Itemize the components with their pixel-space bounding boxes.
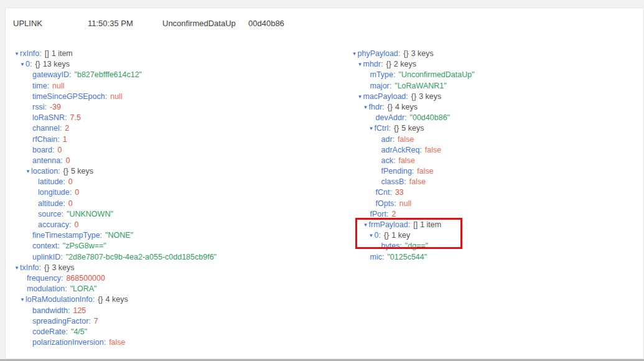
tree-key: antenna:	[32, 156, 63, 165]
tree-value: "2d8e7807-bc9b-4ea2-a055-c0dd185cb9f6"	[66, 253, 217, 261]
tree-value: 7	[94, 317, 98, 326]
tree-leaf-source: source:"UNKNOWN"	[14, 209, 306, 220]
tree-leaf-uplinkID: uplinkID:"2d8e7807-bc9b-4ea2-a055-c0dd18…	[14, 252, 306, 263]
tree-leaf-gatewayID: gatewayID:"b827ebfffe614c12"	[14, 70, 306, 80]
tree-value: null	[110, 92, 122, 101]
tree-value: "UNKNOWN"	[67, 210, 113, 218]
tree-key: latitude:	[38, 177, 65, 186]
tree-leaf-bandwidth: bandwidth:125	[14, 306, 306, 316]
tree-key: polarizationInversion:	[32, 338, 106, 347]
tree-value: "dg=="	[405, 241, 428, 250]
uplink-frame-card: UPLINK 11:50:35 PM UnconfirmedDataUp 00d…	[5, 7, 644, 359]
tree-leaf-board: board:0	[14, 145, 306, 156]
tree-node-fhdr[interactable]: ▼fhdr:{}4 keys	[352, 102, 644, 113]
collection-count: 3 keys	[419, 92, 441, 101]
tree-leaf-adr: adr:false	[352, 134, 644, 145]
tree-value: 0	[57, 146, 62, 154]
tree-key: bandwidth:	[32, 306, 70, 315]
collection-count: 13 keys	[43, 60, 70, 68]
tree-leaf-mic: mic:"0125c544"	[352, 252, 644, 263]
tree-node-location[interactable]: ▼location:{}5 keys	[14, 166, 306, 177]
tree-node-rxInfo[interactable]: ▼rxInfo:[]1 item	[14, 49, 306, 59]
tree-node-mhdr[interactable]: ▼mhdr:{}2 keys	[352, 59, 644, 70]
tree-node-0[interactable]: ▼0:{}1 key	[352, 230, 644, 241]
tree-key: adr:	[381, 135, 395, 144]
tree-value: 2	[391, 210, 396, 218]
tree-leaf-classB: classB:false	[352, 177, 644, 187]
expand-toggle-icon[interactable]: ▼	[369, 230, 375, 241]
expand-toggle-icon[interactable]: ▼	[352, 49, 358, 59]
collection-count: 5 keys	[401, 124, 424, 133]
tree-value: 1	[63, 135, 67, 144]
tree-node-frmPayload[interactable]: ▼frmPayload:[]1 item	[352, 220, 644, 230]
tree-key: rxInfo:	[20, 49, 42, 58]
collection-count: 1 item	[52, 49, 73, 58]
tree-key: source:	[38, 210, 63, 218]
tree-leaf-devAddr: devAddr:"00d40b86"	[352, 113, 644, 123]
expand-toggle-icon[interactable]: ▼	[14, 263, 20, 273]
tree-leaf-ack: ack:false	[352, 156, 644, 166]
tree-node-phyPayload[interactable]: ▼phyPayload:{}3 keys	[352, 49, 644, 59]
tree-value: 0	[68, 199, 73, 208]
frame-type-label: UPLINK	[13, 19, 88, 28]
expand-toggle-icon[interactable]: ▼	[358, 59, 363, 70]
tree-value: "00d40b86"	[410, 113, 450, 122]
tree-value: 2	[65, 124, 69, 133]
tree-value: false	[398, 135, 414, 144]
tree-key: channel:	[32, 124, 62, 133]
tree-value: "zPsG8w=="	[63, 241, 106, 250]
tree-key: 0:	[26, 60, 32, 68]
tree-leaf-context: context:"zPsG8w=="	[14, 241, 306, 251]
tree-value: "LORA"	[70, 284, 97, 293]
frame-header-row[interactable]: UPLINK 11:50:35 PM UnconfirmedDataUp 00d…	[6, 8, 643, 28]
tree-node-txInfo[interactable]: ▼txInfo:{}3 keys	[14, 263, 306, 273]
tree-key: codeRate:	[32, 327, 68, 336]
tree-value: false	[425, 146, 441, 154]
expand-toggle-icon[interactable]: ▼	[363, 220, 369, 230]
tree-leaf-fPort: fPort:2	[352, 209, 644, 220]
expand-toggle-icon[interactable]: ▼	[20, 294, 26, 305]
tree-node-0[interactable]: ▼0:{}13 keys	[14, 59, 306, 70]
collection-bracket: []	[413, 220, 418, 229]
tree-value: false	[398, 156, 414, 165]
tree-node-macPayload[interactable]: ▼macPayload:{}3 keys	[352, 91, 644, 102]
expand-toggle-icon[interactable]: ▼	[26, 166, 31, 177]
tree-key: accuracy:	[38, 220, 72, 229]
expand-toggle-icon[interactable]: ▼	[363, 102, 369, 113]
tree-key: loRaSNR:	[32, 113, 67, 122]
tree-node-fCtrl[interactable]: ▼fCtrl:{}5 keys	[352, 123, 644, 134]
tree-value: -39	[50, 103, 61, 111]
tree-value: 0	[75, 188, 79, 197]
tree-leaf-fineTimestampType: fineTimestampType:"NONE"	[14, 230, 306, 241]
collection-bracket: []	[45, 49, 49, 58]
tree-key: bytes:	[381, 241, 402, 250]
tree-value: false	[109, 338, 125, 347]
tree-key: altitude:	[38, 199, 65, 208]
expand-toggle-icon[interactable]: ▼	[14, 49, 20, 59]
tree-key: txInfo:	[20, 263, 41, 272]
tree-leaf-timeSinceGPSEpoch: timeSinceGPSEpoch:null	[14, 91, 306, 102]
tree-leaf-loRaSNR: loRaSNR:7.5	[14, 113, 306, 123]
collection-bracket: {}	[384, 231, 389, 240]
tree-key: rfChain:	[32, 135, 60, 144]
tree-key: uplinkID:	[32, 253, 63, 261]
tree-leaf-fPending: fPending:false	[352, 166, 644, 177]
tree-value: false	[409, 177, 426, 186]
tree-node-loRaModulationInfo[interactable]: ▼loRaModulationInfo:{}4 keys	[14, 294, 306, 305]
tree-key: 0:	[375, 231, 381, 240]
expand-toggle-icon[interactable]: ▼	[358, 91, 363, 102]
tree-key: gatewayID:	[32, 70, 72, 79]
tree-key: spreadingFactor:	[32, 317, 91, 326]
expand-toggle-icon[interactable]: ▼	[20, 59, 26, 70]
tree-leaf-codeRate: codeRate:"4/5"	[14, 327, 306, 337]
tree-value: null	[399, 199, 411, 208]
frame-time-label: 11:50:35 PM	[88, 19, 162, 28]
tree-leaf-channel: channel:2	[14, 123, 306, 134]
json-tree-right: ▼phyPayload:{}3 keys▼mhdr:{}2 keysmType:…	[306, 49, 644, 348]
expand-toggle-icon[interactable]: ▼	[369, 123, 375, 134]
tree-leaf-rssi: rssi:-39	[14, 102, 306, 113]
tree-leaf-fOpts: fOpts:null	[352, 199, 644, 209]
tree-key: location:	[31, 167, 60, 176]
tree-leaf-accuracy: accuracy:0	[14, 220, 306, 230]
tree-value: 7.5	[70, 113, 81, 122]
